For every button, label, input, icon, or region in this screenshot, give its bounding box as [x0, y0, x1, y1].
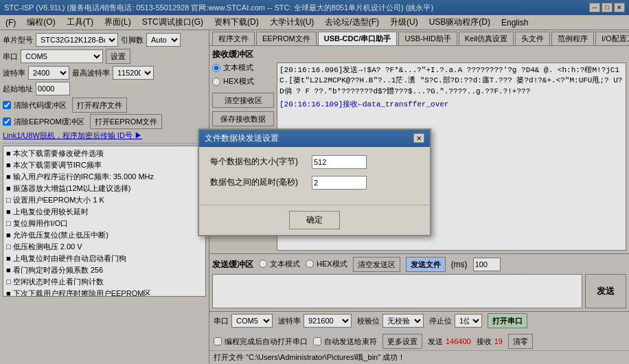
- dialog-footer: 确定: [199, 205, 430, 235]
- file-send-dialog: 文件数据块发送设置 ✕ 每个数据包的大小(字节) 数据包之间的延时(毫秒) 确定: [198, 128, 431, 236]
- dialog-body: 每个数据包的大小(字节) 数据包之间的延时(毫秒): [199, 147, 430, 205]
- packet-delay-row: 数据包之间的延时(毫秒): [210, 176, 419, 190]
- packet-size-label: 每个数据包的大小(字节): [210, 156, 306, 168]
- packet-size-row: 每个数据包的大小(字节): [210, 155, 419, 169]
- dialog-title-bar: 文件数据块发送设置 ✕: [199, 130, 430, 147]
- dialog-title-text: 文件数据块发送设置: [205, 133, 279, 144]
- packet-delay-input[interactable]: [312, 176, 367, 190]
- dialog-overlay: 文件数据块发送设置 ✕ 每个数据包的大小(字节) 数据包之间的延时(毫秒) 确定: [0, 0, 629, 364]
- packet-delay-label: 数据包之间的延时(毫秒): [210, 177, 306, 188]
- dialog-confirm-button[interactable]: 确定: [289, 211, 340, 229]
- dialog-close-button[interactable]: ✕: [413, 133, 424, 143]
- packet-size-input[interactable]: [312, 155, 367, 169]
